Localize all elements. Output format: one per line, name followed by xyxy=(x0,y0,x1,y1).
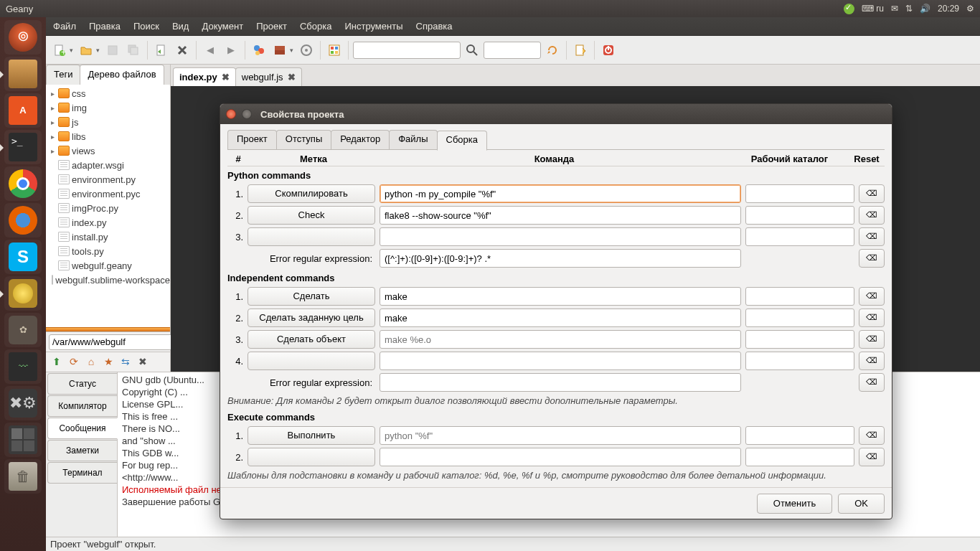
path-input[interactable] xyxy=(49,334,176,350)
label-button[interactable]: Сделать xyxy=(248,287,375,306)
power-icon[interactable]: ⚙ xyxy=(966,4,974,14)
label-button[interactable]: Скомпилировать xyxy=(248,184,375,203)
tab-files[interactable]: Файлы xyxy=(389,130,437,150)
close-icon[interactable]: ✖ xyxy=(288,72,296,83)
menu-tools[interactable]: Инструменты xyxy=(344,21,402,32)
label-button[interactable] xyxy=(248,352,375,370)
reset-button[interactable]: ⌫ xyxy=(859,330,885,349)
workdir-input[interactable] xyxy=(745,330,854,349)
menu-document[interactable]: Документ xyxy=(202,21,243,32)
nav-home-icon[interactable]: ⌂ xyxy=(85,356,98,369)
nav-sync-icon[interactable]: ⇆ xyxy=(119,356,132,369)
reset-button[interactable]: ⌫ xyxy=(859,227,885,246)
file-tree[interactable]: ▸css ▸img ▸js ▸libs ▸views adapter.wsgi … xyxy=(46,85,170,327)
label-button[interactable]: Сделать объект xyxy=(248,330,375,349)
run-button[interactable] xyxy=(297,41,316,60)
dropdown-icon[interactable]: ▾ xyxy=(70,47,73,54)
command-input[interactable] xyxy=(380,184,741,203)
nav-bookmark-icon[interactable]: ★ xyxy=(102,356,115,369)
workdir-input[interactable] xyxy=(745,206,854,225)
tab-build[interactable]: Сборка xyxy=(437,131,488,151)
preferences-button[interactable] xyxy=(571,41,590,60)
nav-fwd-button[interactable]: ▶ xyxy=(222,41,240,60)
tab-project[interactable]: Проект xyxy=(227,130,277,150)
sound-icon[interactable]: 🔊 xyxy=(920,4,930,14)
revert-button[interactable] xyxy=(152,41,171,60)
settings-button[interactable]: ✖⚙ xyxy=(4,386,42,420)
reset-button[interactable]: ⌫ xyxy=(859,249,885,268)
workspace-button[interactable] xyxy=(4,423,42,457)
goto-input[interactable] xyxy=(353,42,461,59)
close-icon[interactable]: ✖ xyxy=(222,72,230,83)
tab-editor[interactable]: Редактор xyxy=(331,130,390,150)
menu-edit[interactable]: Правка xyxy=(89,21,121,32)
command-input[interactable] xyxy=(380,448,741,466)
label-button[interactable]: Check xyxy=(248,206,375,225)
new-file-button[interactable]: + xyxy=(50,41,69,60)
terminal-button[interactable]: >_ xyxy=(4,130,42,164)
command-input[interactable] xyxy=(380,330,741,349)
msg-tab-terminal[interactable]: Терминал xyxy=(47,462,117,484)
command-input[interactable] xyxy=(380,287,741,306)
dash-button[interactable]: ⊚ xyxy=(4,20,42,55)
open-button[interactable] xyxy=(77,41,95,60)
error-regex-input[interactable] xyxy=(380,373,741,392)
nav-close-icon[interactable]: ✖ xyxy=(136,356,149,369)
tab-tags[interactable]: Теги xyxy=(46,65,80,85)
reset-button[interactable]: ⌫ xyxy=(859,309,885,327)
command-input[interactable] xyxy=(380,426,741,445)
reset-button[interactable]: ⌫ xyxy=(859,352,885,370)
build-button[interactable] xyxy=(270,41,289,60)
menu-build[interactable]: Сборка xyxy=(300,21,332,32)
msg-tab-status[interactable]: Статус xyxy=(47,373,117,395)
msg-tab-compiler[interactable]: Компилятор xyxy=(47,395,117,417)
workdir-input[interactable] xyxy=(745,352,854,370)
tab-filetree[interactable]: Дерево файлов xyxy=(80,65,164,85)
mail-icon[interactable]: ✉ xyxy=(891,4,898,14)
update-ok-icon[interactable] xyxy=(844,4,854,14)
line-input[interactable] xyxy=(484,42,541,59)
reset-button[interactable]: ⌫ xyxy=(859,206,885,225)
menu-project[interactable]: Проект xyxy=(256,21,287,32)
reset-button[interactable]: ⌫ xyxy=(859,426,885,445)
clock[interactable]: 20:29 xyxy=(938,4,959,14)
chrome-button[interactable] xyxy=(4,166,42,201)
reset-button[interactable]: ⌫ xyxy=(859,373,885,392)
msg-tab-notes[interactable]: Заметки xyxy=(47,440,117,461)
editor-tab[interactable]: index.py✖ xyxy=(173,67,236,86)
jump-button[interactable] xyxy=(543,41,562,60)
workdir-input[interactable] xyxy=(745,287,854,306)
menu-help[interactable]: Справка xyxy=(416,21,453,32)
cancel-button[interactable]: Отменить xyxy=(757,494,832,514)
save-all-button[interactable] xyxy=(124,41,143,60)
label-button[interactable] xyxy=(248,448,375,466)
nav-up-icon[interactable]: ⬆ xyxy=(50,356,63,369)
workdir-input[interactable] xyxy=(745,227,854,246)
window-close-icon[interactable] xyxy=(226,109,236,119)
command-input[interactable] xyxy=(380,206,741,225)
firefox-button[interactable] xyxy=(4,203,42,237)
editor-tab[interactable]: webgulf.js✖ xyxy=(235,67,302,86)
dropdown-icon[interactable]: ▾ xyxy=(290,47,293,54)
dropdown-icon[interactable]: ▾ xyxy=(96,47,100,54)
search-button[interactable] xyxy=(463,41,481,60)
command-input[interactable] xyxy=(380,227,741,246)
label-button[interactable]: Выполнить xyxy=(248,426,375,445)
nav-back-button[interactable]: ◀ xyxy=(201,41,220,60)
tab-indent[interactable]: Отступы xyxy=(276,130,331,150)
msg-tab-messages[interactable]: Сообщения xyxy=(47,418,118,439)
workdir-input[interactable] xyxy=(745,309,854,327)
reset-button[interactable]: ⌫ xyxy=(859,448,885,466)
close-button[interactable] xyxy=(173,41,192,60)
menu-file[interactable]: Файл xyxy=(53,21,76,32)
color-button[interactable] xyxy=(325,41,344,60)
gimp-button[interactable]: ✿ xyxy=(4,313,42,347)
workdir-input[interactable] xyxy=(745,426,854,445)
ok-button[interactable]: OK xyxy=(838,494,885,514)
reset-button[interactable]: ⌫ xyxy=(859,184,885,203)
dialog-titlebar[interactable]: Свойства проекта xyxy=(220,104,892,124)
compile-button[interactable] xyxy=(250,41,268,60)
files-button[interactable] xyxy=(4,57,42,91)
keyboard-indicator[interactable]: ⌨ ru xyxy=(862,4,884,14)
trash-button[interactable]: 🗑 xyxy=(4,459,42,494)
